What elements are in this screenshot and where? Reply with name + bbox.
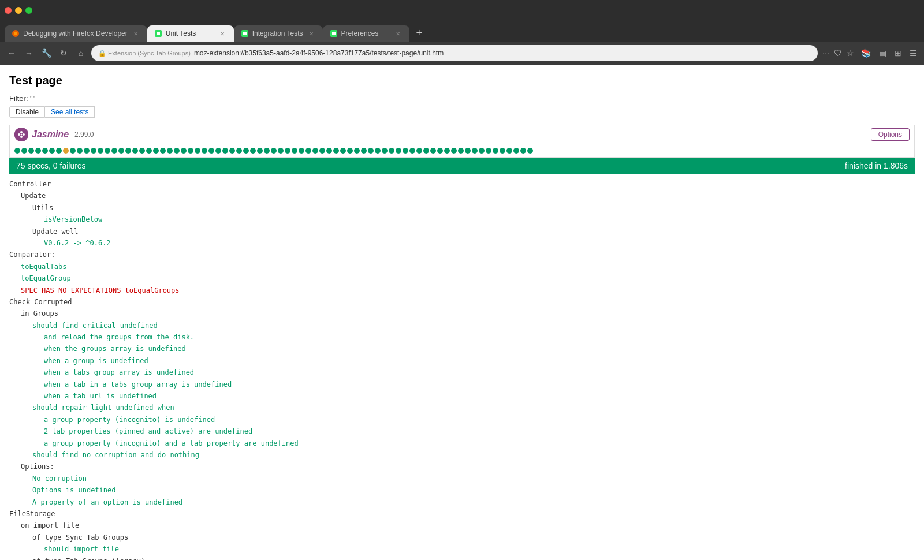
tree-item-18[interactable]: when a tab url is undefined xyxy=(9,390,915,402)
tree-item-0: Controller xyxy=(9,178,915,190)
sidebar-button[interactable]: ▤ xyxy=(877,46,889,60)
progress-dot-45 xyxy=(326,148,332,154)
progress-dot-42 xyxy=(305,148,311,154)
svg-point-1 xyxy=(14,32,17,35)
bookmark-check-button[interactable]: 🛡 xyxy=(833,47,843,59)
svg-rect-3 xyxy=(157,32,160,35)
tree-item-13[interactable]: and reload the groups from the disk. xyxy=(9,331,915,343)
tree-item-31[interactable]: should import file xyxy=(9,543,915,555)
progress-dot-72 xyxy=(513,148,519,154)
page-content: Test page Filter: "" Disable See all tes… xyxy=(0,65,924,560)
progress-dot-50 xyxy=(361,148,367,154)
progress-dot-54 xyxy=(389,148,394,154)
progress-dot-2 xyxy=(28,148,34,154)
progress-dot-35 xyxy=(257,148,263,154)
extension-integration-icon xyxy=(241,29,249,38)
progress-dot-46 xyxy=(333,148,339,154)
tree-item-22[interactable]: a group property (incognito) and a tab p… xyxy=(9,438,915,449)
tab-debug[interactable]: Debugging with Firefox Developer ✕ xyxy=(5,25,147,42)
jasmine-icon xyxy=(14,128,28,141)
traffic-lights xyxy=(5,7,32,14)
progress-dot-25 xyxy=(188,148,193,154)
tree-item-8[interactable]: toEqualGroup xyxy=(9,272,915,284)
progress-dot-28 xyxy=(208,148,214,154)
tree-item-14[interactable]: when the groups array is undefined xyxy=(9,343,915,354)
new-tab-button[interactable]: + xyxy=(412,25,427,42)
jasmine-options-button[interactable]: Options xyxy=(871,128,910,141)
filter-buttons: Disable See all tests xyxy=(9,106,915,118)
tab-unit[interactable]: Unit Tests ✕ xyxy=(147,25,234,42)
filter-all-link[interactable]: See all tests xyxy=(45,106,95,118)
more-button[interactable]: ··· xyxy=(821,47,830,59)
tree-item-20[interactable]: a group property (incognito) is undefine… xyxy=(9,414,915,425)
tree-item-25[interactable]: No corruption xyxy=(9,473,915,484)
progress-dot-18 xyxy=(139,148,145,154)
progress-dot-27 xyxy=(202,148,207,154)
tab-debug-close[interactable]: ✕ xyxy=(131,29,140,38)
close-button[interactable] xyxy=(5,7,12,14)
tree-item-10: Check Corrupted xyxy=(9,296,915,308)
forward-button[interactable]: → xyxy=(22,46,36,60)
page-title: Test page xyxy=(9,74,915,87)
star-button[interactable]: ☆ xyxy=(845,47,855,59)
tree-item-12[interactable]: should find critical undefined xyxy=(9,320,915,331)
jasmine-version: 2.99.0 xyxy=(74,130,94,139)
progress-dot-52 xyxy=(375,148,381,154)
toolbar-right: 📚 ▤ ⊞ ☰ xyxy=(859,46,919,60)
reload-button[interactable]: ↻ xyxy=(57,46,70,60)
tab-unit-close[interactable]: ✕ xyxy=(218,29,227,38)
progress-dot-7 xyxy=(63,148,69,154)
progress-dot-13 xyxy=(105,148,110,154)
progress-dot-3 xyxy=(35,148,41,154)
tree-item-19[interactable]: should repair light undefined when xyxy=(9,402,915,413)
tree-item-17[interactable]: when a tab in a tabs group array is unde… xyxy=(9,379,915,390)
progress-dot-19 xyxy=(146,148,152,154)
tree-item-27[interactable]: A property of an option is undefined xyxy=(9,496,915,508)
progress-dot-15 xyxy=(118,148,124,154)
progress-dot-69 xyxy=(493,148,498,154)
progress-dot-44 xyxy=(319,148,325,154)
tree-item-30: of type Sync Tab Groups xyxy=(9,532,915,543)
progress-dot-5 xyxy=(49,148,55,154)
tab-preferences[interactable]: Preferences ✕ xyxy=(323,25,409,42)
tree-item-3[interactable]: isVersionBelow xyxy=(9,214,915,225)
maximize-button[interactable] xyxy=(25,7,32,14)
tree-item-1: Update xyxy=(9,190,915,201)
results-summary: 75 specs, 0 failures xyxy=(16,161,86,170)
svg-point-11 xyxy=(20,136,23,138)
results-time: finished in 1.806s xyxy=(845,161,908,170)
progress-dot-62 xyxy=(444,148,450,154)
tree-item-5[interactable]: V0.6.2 -> ^0.6.2 xyxy=(9,237,915,249)
back-button[interactable]: ← xyxy=(5,46,18,60)
tree-item-21[interactable]: 2 tab properties (pinned and active) are… xyxy=(9,425,915,437)
filter-disable-button[interactable]: Disable xyxy=(9,106,45,118)
tools-button[interactable]: 🔧 xyxy=(39,46,53,60)
menu-button[interactable]: ☰ xyxy=(907,46,919,60)
tree-item-16[interactable]: when a tabs group array is undefined xyxy=(9,367,915,378)
progress-dot-6 xyxy=(56,148,62,154)
library-button[interactable]: 📚 xyxy=(859,46,873,60)
progress-dot-56 xyxy=(403,148,408,154)
tree-item-26[interactable]: Options is undefined xyxy=(9,484,915,496)
tree-item-7[interactable]: toEqualTabs xyxy=(9,261,915,272)
progress-dot-24 xyxy=(181,148,187,154)
progress-dot-12 xyxy=(98,148,103,154)
progress-dot-30 xyxy=(222,148,228,154)
jasmine-svg xyxy=(14,128,28,141)
progress-dot-40 xyxy=(292,148,297,154)
address-bar: ← → 🔧 ↻ ⌂ 🔒 Extension (Sync Tab Groups) … xyxy=(0,42,924,65)
progress-dot-58 xyxy=(416,148,422,154)
tree-item-32: of type Tab Groups (legacy) xyxy=(9,555,915,561)
home-button[interactable]: ⌂ xyxy=(74,46,88,60)
tab-integration-close[interactable]: ✕ xyxy=(307,29,316,38)
tab-preferences-close[interactable]: ✕ xyxy=(393,29,403,38)
progress-dots xyxy=(9,144,915,158)
tree-item-15[interactable]: when a group is undefined xyxy=(9,355,915,367)
customize-button[interactable]: ⊞ xyxy=(892,46,904,60)
progress-dot-48 xyxy=(347,148,353,154)
minimize-button[interactable] xyxy=(15,7,22,14)
tree-item-23[interactable]: should find no corruption and do nothing xyxy=(9,449,915,461)
tab-integration[interactable]: Integration Tests ✕ xyxy=(234,25,323,42)
progress-dot-43 xyxy=(312,148,318,154)
address-input-container[interactable]: 🔒 Extension (Sync Tab Groups) moz-extens… xyxy=(91,45,818,61)
